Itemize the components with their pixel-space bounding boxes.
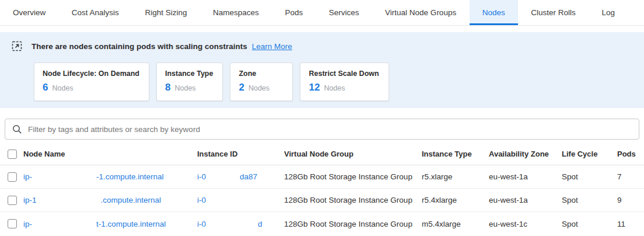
virtual-node-group-cell: 128Gb Root Storage Instance Group [284,220,422,228]
card-node-lifecycle[interactable]: Node Lifecycle: On Demand 6 Nodes [34,63,149,101]
card-title: Instance Type [165,70,213,78]
virtual-node-group-cell: 128Gb Root Storage Instance Group [284,172,422,181]
search-icon [12,124,22,134]
availability-zone-cell: eu-west-1a [489,196,562,204]
card-unit: Nodes [52,84,73,92]
node-name-link[interactable]: ip-1.compute.internal [23,196,161,204]
instance-type-cell: r5.xlarge [422,172,489,181]
instance-type-cell: m5.4xlarge [422,220,489,228]
card-zone[interactable]: Zone 2 Nodes [230,63,293,101]
virtual-node-group-cell: 128Gb Root Storage Instance Group [284,196,422,204]
column-header-instance-type: Instance Type [422,150,489,158]
tab-virtual-node-groups[interactable]: Virtual Node Groups [372,0,469,25]
table-row: ip--1.compute.internal i-0da87 128Gb Roo… [0,165,644,189]
column-header-life-cycle: Life Cycle [562,150,617,158]
card-count: 6 [43,82,48,93]
instance-type-cell: r5.4xlarge [422,196,489,204]
card-instance-type[interactable]: Instance Type 8 Nodes [156,63,223,101]
column-header-virtual-node-group: Virtual Node Group [284,150,422,158]
card-count: 12 [309,82,320,93]
life-cycle-cell: Spot [562,220,617,228]
node-name-link[interactable]: ip-t-1.compute.internal [23,220,166,228]
card-count: 2 [239,82,244,93]
tab-bar: Overview Cost Analysis Right Sizing Name… [0,0,644,26]
tab-services[interactable]: Services [316,0,372,25]
availability-zone-cell: eu-west-1a [489,172,562,181]
banner-message: There are nodes containing pods with sca… [32,42,247,51]
banner-message-row: There are nodes containing pods with sca… [12,39,632,53]
card-restrict-scale-down[interactable]: Restrict Scale Down 12 Nodes [300,63,388,101]
instance-id-link[interactable]: i-0 [197,196,206,204]
card-title: Node Lifecycle: On Demand [43,70,139,78]
card-unit: Nodes [324,84,345,92]
learn-more-link[interactable]: Learn More [252,42,292,51]
nodes-table: Node Name Instance ID Virtual Node Group… [0,143,644,235]
card-title: Restrict Scale Down [309,70,379,78]
life-cycle-cell: Spot [562,172,617,181]
scaling-constraint-icon [12,41,22,51]
tab-cluster-rolls[interactable]: Cluster Rolls [518,0,589,25]
life-cycle-cell: Spot [562,196,617,204]
availability-zone-cell: eu-west-1c [489,220,562,228]
column-header-availability-zone: Availability Zone [489,150,562,158]
card-count: 8 [165,82,170,93]
row-checkbox[interactable] [8,172,17,182]
column-header-node-name: Node Name [23,150,197,158]
constraint-cards: Node Lifecycle: On Demand 6 Nodes Instan… [34,63,632,101]
instance-id-link[interactable]: i-0d [197,220,262,228]
column-header-instance-id: Instance ID [197,150,284,158]
tab-right-sizing[interactable]: Right Sizing [132,0,200,25]
row-checkbox[interactable] [8,196,17,205]
instance-id-link[interactable]: i-0da87 [197,172,257,181]
filter-search-box [5,119,639,140]
table-row: ip-t-1.compute.internal i-0d 128Gb Root … [0,212,644,235]
tab-cost-analysis[interactable]: Cost Analysis [59,0,132,25]
node-name-link[interactable]: ip--1.compute.internal [23,172,164,181]
search-input[interactable] [28,125,632,134]
table-header-row: Node Name Instance ID Virtual Node Group… [0,143,644,165]
column-header-pods: Pods [617,150,644,158]
card-title: Zone [239,70,283,78]
card-unit: Nodes [174,84,195,92]
tab-pods[interactable]: Pods [272,0,316,25]
pods-cell: 11 [617,220,644,228]
select-all-checkbox[interactable] [8,150,17,159]
row-checkbox[interactable] [8,219,17,228]
card-unit: Nodes [249,84,270,92]
scaling-constraints-banner: There are nodes containing pods with sca… [0,32,644,108]
tab-namespaces[interactable]: Namespaces [200,0,272,25]
tab-overview[interactable]: Overview [0,0,58,25]
pods-cell: 7 [617,172,644,181]
tab-log[interactable]: Log [589,0,628,25]
table-row: ip-1.compute.internal i-0 128Gb Root Sto… [0,189,644,212]
tab-nodes[interactable]: Nodes [470,0,518,25]
pods-cell: 9 [617,196,644,204]
